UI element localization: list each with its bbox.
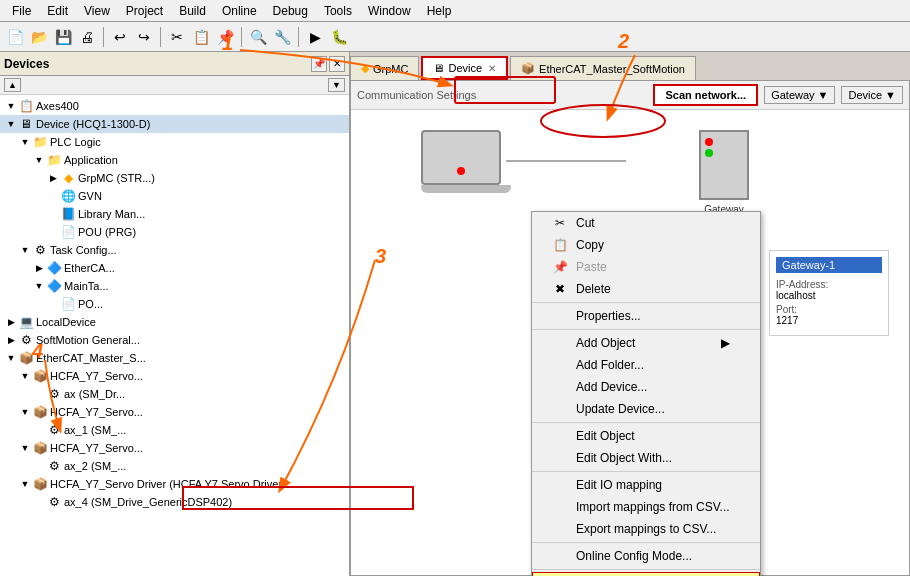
expand-pou[interactable]: [46, 225, 60, 239]
tab-ethercat[interactable]: 📦 EtherCAT_Master_SoftMotion: [510, 56, 696, 80]
panel-close-btn[interactable]: ✕: [329, 56, 345, 72]
tree-item-pou2[interactable]: 📄 PO...: [0, 295, 349, 313]
tree-scroll-up[interactable]: ▲: [4, 78, 21, 92]
expand-axes400[interactable]: ▼: [4, 99, 18, 113]
menu-project[interactable]: Project: [118, 2, 171, 20]
device-dropdown[interactable]: Device ▼: [841, 86, 903, 104]
menu-tools[interactable]: Tools: [316, 2, 360, 20]
ctx-add-folder[interactable]: Add Folder...: [532, 354, 760, 376]
menu-window[interactable]: Window: [360, 2, 419, 20]
expand-application[interactable]: ▼: [32, 153, 46, 167]
gateway-dropdown[interactable]: Gateway ▼: [764, 86, 835, 104]
tree-item-ax2[interactable]: ⚙ ax_2 (SM_...: [0, 457, 349, 475]
menu-view[interactable]: View: [76, 2, 118, 20]
debug-btn[interactable]: 🐛: [328, 26, 350, 48]
tree-item-hcfa1[interactable]: ▼ 📦 HCFA_Y7_Servo...: [0, 367, 349, 385]
tree-item-mainta[interactable]: ▼ 🔷 MainTa...: [0, 277, 349, 295]
ctx-add-folder-label: Add Folder...: [576, 358, 644, 372]
tree-item-device[interactable]: ▼ 🖥 Device (HCQ1-1300-D): [0, 115, 349, 133]
ctx-import-csv[interactable]: Import mappings from CSV...: [532, 496, 760, 518]
ctx-add-device[interactable]: Add Device...: [532, 376, 760, 398]
expand-ethercat[interactable]: ▶: [32, 261, 46, 275]
tab-device[interactable]: 🖥 Device ✕: [421, 56, 508, 80]
undo-btn[interactable]: ↩: [109, 26, 131, 48]
cut-btn[interactable]: ✂: [166, 26, 188, 48]
find-btn[interactable]: 🔍: [247, 26, 269, 48]
menu-online[interactable]: Online: [214, 2, 265, 20]
build-btn[interactable]: ▶: [304, 26, 326, 48]
menu-help[interactable]: Help: [419, 2, 460, 20]
ctx-add-device-label: Add Device...: [576, 380, 647, 394]
expand-ax2[interactable]: [32, 459, 46, 473]
expand-grpmc[interactable]: ▶: [46, 171, 60, 185]
menu-build[interactable]: Build: [171, 2, 214, 20]
tree-item-ethercat[interactable]: ▶ 🔷 EtherCA...: [0, 259, 349, 277]
tree-item-ax4[interactable]: ⚙ ax_4 (SM_Drive_GenericDSP402): [0, 493, 349, 511]
new-btn[interactable]: 📄: [4, 26, 26, 48]
menu-file[interactable]: File: [4, 2, 39, 20]
ctx-cut[interactable]: ✂ Cut: [532, 212, 760, 234]
ctx-reset-origin[interactable]: Reset origin device [Device]: [532, 572, 760, 576]
save-btn[interactable]: 💾: [52, 26, 74, 48]
expand-plclogic[interactable]: ▼: [18, 135, 32, 149]
expand-pou2[interactable]: [46, 297, 60, 311]
expand-hcfa3[interactable]: ▼: [18, 441, 32, 455]
expand-mainta[interactable]: ▼: [32, 279, 46, 293]
expand-hcfa4[interactable]: ▼: [18, 477, 32, 491]
tree-item-hcfa4[interactable]: ▼ 📦 HCFA_Y7_Servo Driver (HCFA Y7 Servo …: [0, 475, 349, 493]
menu-debug[interactable]: Debug: [265, 2, 316, 20]
expand-ax1[interactable]: [32, 423, 46, 437]
menu-edit[interactable]: Edit: [39, 2, 76, 20]
expand-libman[interactable]: [46, 207, 60, 221]
tree-item-ethercatmaster[interactable]: ▼ 📦 EtherCAT_Master_S...: [0, 349, 349, 367]
ctx-properties[interactable]: Properties...: [532, 305, 760, 327]
ctx-online-config[interactable]: Online Config Mode...: [532, 545, 760, 567]
ctx-add-object[interactable]: Add Object ▶: [532, 332, 760, 354]
expand-softmotion[interactable]: ▶: [4, 333, 18, 347]
icon-pou: 📄: [60, 224, 76, 240]
ctx-delete[interactable]: ✖ Delete: [532, 278, 760, 300]
tools-btn[interactable]: 🔧: [271, 26, 293, 48]
scan-network-button[interactable]: Scan network...: [653, 84, 758, 106]
expand-gvn[interactable]: [46, 189, 60, 203]
ctx-edit-object-with[interactable]: Edit Object With...: [532, 447, 760, 469]
expand-ethercatmaster[interactable]: ▼: [4, 351, 18, 365]
expand-ax-sm-dr[interactable]: [32, 387, 46, 401]
expand-taskconfig[interactable]: ▼: [18, 243, 32, 257]
label-pou2: PO...: [78, 298, 103, 310]
tree-item-application[interactable]: ▼ 📁 Application: [0, 151, 349, 169]
tree-item-grpmc[interactable]: ▶ ◆ GrpMC (STR...): [0, 169, 349, 187]
panel-pin-btn[interactable]: 📌: [311, 56, 327, 72]
redo-btn[interactable]: ↪: [133, 26, 155, 48]
ctx-copy[interactable]: 📋 Copy: [532, 234, 760, 256]
tree-item-pou[interactable]: 📄 POU (PRG): [0, 223, 349, 241]
tree-item-hcfa3[interactable]: ▼ 📦 HCFA_Y7_Servo...: [0, 439, 349, 457]
expand-ax4[interactable]: [32, 495, 46, 509]
expand-localdevice[interactable]: ▶: [4, 315, 18, 329]
ctx-update-device[interactable]: Update Device...: [532, 398, 760, 420]
copy-btn[interactable]: 📋: [190, 26, 212, 48]
label-softmotion: SoftMotion General...: [36, 334, 140, 346]
tree-item-localdevice[interactable]: ▶ 💻 LocalDevice: [0, 313, 349, 331]
tree-item-plclogic[interactable]: ▼ 📁 PLC Logic: [0, 133, 349, 151]
expand-device[interactable]: ▼: [4, 117, 18, 131]
tree-item-ax-sm-dr[interactable]: ⚙ ax (SM_Dr...: [0, 385, 349, 403]
tree-item-softmotion[interactable]: ▶ ⚙ SoftMotion General...: [0, 331, 349, 349]
expand-hcfa2[interactable]: ▼: [18, 405, 32, 419]
paste-btn[interactable]: 📌: [214, 26, 236, 48]
tree-item-ax1[interactable]: ⚙ ax_1 (SM_...: [0, 421, 349, 439]
ctx-export-csv[interactable]: Export mappings to CSV...: [532, 518, 760, 540]
tree-item-taskconfig[interactable]: ▼ ⚙ Task Config...: [0, 241, 349, 259]
tree-expand-btn[interactable]: ▼: [328, 78, 345, 92]
tree-item-hcfa2[interactable]: ▼ 📦 HCFA_Y7_Servo...: [0, 403, 349, 421]
tree-item-axes400[interactable]: ▼ 📋 Axes400: [0, 97, 349, 115]
tree-item-librarymanager[interactable]: 📘 Library Man...: [0, 205, 349, 223]
open-btn[interactable]: 📂: [28, 26, 50, 48]
expand-hcfa1[interactable]: ▼: [18, 369, 32, 383]
tab-grpmc[interactable]: ◆ GrpMC: [350, 56, 419, 80]
tree-item-gvn[interactable]: 🌐 GVN: [0, 187, 349, 205]
tab-device-close[interactable]: ✕: [488, 63, 496, 74]
ctx-edit-io[interactable]: Edit IO mapping: [532, 474, 760, 496]
print-btn[interactable]: 🖨: [76, 26, 98, 48]
ctx-edit-object[interactable]: Edit Object: [532, 425, 760, 447]
